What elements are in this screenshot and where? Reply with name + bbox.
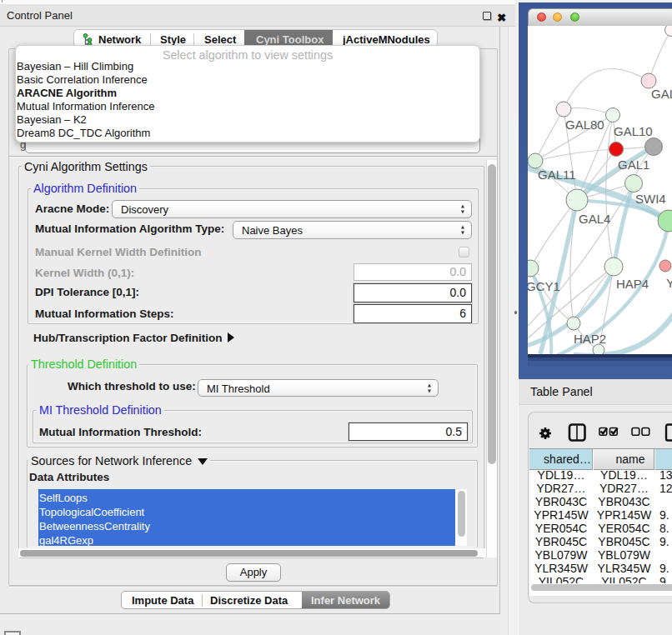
svg-text:SWI4: SWI4	[635, 192, 666, 206]
svg-text:HAP4: HAP4	[616, 277, 649, 291]
svg-text:GAL4: GAL4	[579, 212, 610, 226]
svg-text:Y: Y	[666, 276, 672, 290]
svg-text:HAP2: HAP2	[574, 332, 606, 346]
svg-text:GAL: GAL	[651, 87, 672, 101]
svg-text:GAL1: GAL1	[618, 158, 649, 172]
svg-text:GAL80: GAL80	[565, 118, 604, 132]
svg-text:GCY1: GCY1	[528, 279, 560, 293]
svg-text:GAL10: GAL10	[614, 124, 653, 138]
svg-text:GAL11: GAL11	[538, 168, 576, 182]
